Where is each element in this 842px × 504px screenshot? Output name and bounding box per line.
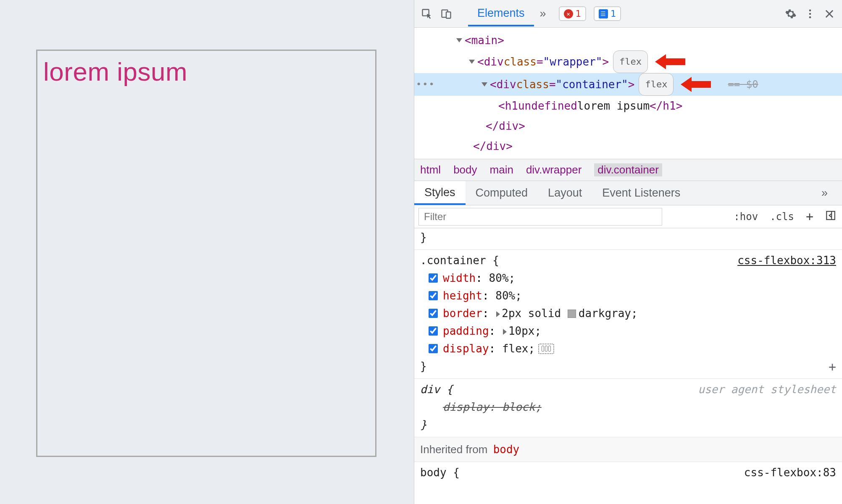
rule-selector[interactable]: .container {	[420, 252, 499, 269]
svg-point-3	[809, 9, 811, 11]
preview-heading: lorem ipsum	[43, 57, 369, 87]
insert-rule-below-button[interactable]: +	[829, 358, 836, 376]
styles-tabs-overflow-icon[interactable]: »	[811, 181, 838, 205]
breadcrumb-item[interactable]: div.wrapper	[526, 163, 582, 176]
kebab-menu-icon[interactable]	[802, 5, 818, 22]
expand-shorthand-icon[interactable]	[503, 329, 507, 335]
styles-subtab[interactable]: Layout	[538, 181, 592, 205]
rule-ua-div[interactable]: div { user agent stylesheet display: blo…	[414, 379, 842, 437]
rule-body-truncated[interactable]: body { css-flexbox:83	[414, 462, 842, 483]
styles-tabs: StylesComputedLayoutEvent Listeners»	[414, 181, 842, 205]
selected-gutter-icon[interactable]: •••	[416, 74, 435, 94]
tabs-overflow-icon[interactable]: »	[537, 1, 550, 26]
expand-shorthand-icon[interactable]	[496, 311, 500, 317]
flexbox-editor-icon[interactable]	[538, 344, 554, 354]
dom-node-row[interactable]: <h1undefinedlorem ipsum</h1>	[414, 96, 842, 116]
preview-container-box: lorem ipsum	[36, 50, 376, 457]
declaration-toggle-checkbox[interactable]	[429, 344, 438, 353]
new-style-rule-button[interactable]: +	[800, 209, 819, 224]
css-declaration[interactable]: width: 80%;	[429, 269, 836, 287]
styles-filter-row: :hov .cls +	[414, 205, 842, 228]
declaration-toggle-checkbox[interactable]	[429, 309, 438, 318]
devtools-toolbar: Elements » ✕ 1 ☰ 1	[414, 0, 842, 28]
flex-badge[interactable]: flex	[613, 50, 648, 73]
css-declaration[interactable]: border: 2px solid darkgray;	[429, 304, 836, 322]
color-swatch-icon[interactable]	[568, 310, 576, 318]
breadcrumb-item[interactable]: div.container	[594, 163, 662, 176]
rule-container[interactable]: .container { css-flexbox:313 width: 80%;…	[414, 250, 842, 379]
close-devtools-icon[interactable]	[821, 5, 838, 22]
svg-rect-6	[826, 211, 835, 220]
dom-tree[interactable]: <main><div class="wrapper">flex•••<div c…	[414, 28, 842, 159]
expand-arrow-icon[interactable]	[469, 60, 475, 64]
error-count: 1	[576, 8, 581, 19]
styles-subtab[interactable]: Event Listeners	[592, 181, 690, 205]
dom-node-row[interactable]: </div>	[414, 116, 842, 136]
ua-rule-close: }	[420, 416, 836, 433]
breadcrumb-item[interactable]: body	[453, 163, 477, 176]
declaration-toggle-checkbox[interactable]	[429, 291, 438, 300]
devtools-panel: Elements » ✕ 1 ☰ 1 <main><div	[414, 0, 842, 504]
styles-subtab[interactable]: Computed	[466, 181, 538, 205]
svg-rect-2	[446, 12, 451, 18]
annotation-arrow-icon	[655, 54, 685, 69]
inspect-element-icon[interactable]	[418, 5, 435, 22]
dom-node-row[interactable]: <main>	[414, 30, 842, 50]
console-ref-hint: == $0	[728, 74, 758, 94]
dom-breadcrumbs[interactable]: htmlbodymaindiv.wrapperdiv.container	[414, 159, 842, 181]
styles-pane[interactable]: } .container { css-flexbox:313 width: 80…	[414, 228, 842, 504]
info-dot-icon: ☰	[599, 9, 608, 18]
breadcrumb-item[interactable]: html	[420, 163, 441, 176]
expand-arrow-icon[interactable]	[482, 82, 487, 87]
rule-close-brace: }	[420, 357, 836, 375]
computed-panel-toggle-icon[interactable]	[819, 210, 842, 223]
css-declaration[interactable]: display: flex;	[429, 340, 836, 357]
annotation-arrow-icon	[681, 77, 711, 92]
cls-toggle[interactable]: .cls	[764, 211, 800, 223]
ua-rule-label: user agent stylesheet	[698, 381, 836, 398]
declaration-toggle-checkbox[interactable]	[429, 273, 438, 283]
dom-node-row[interactable]: •••<div class="container">flex== $0	[414, 73, 842, 96]
inherited-from-element[interactable]: body	[493, 443, 520, 456]
expand-arrow-icon[interactable]	[456, 38, 462, 42]
dom-node-row[interactable]: </div>	[414, 136, 842, 156]
flex-badge[interactable]: flex	[639, 73, 674, 96]
rendered-page-preview: lorem ipsum	[0, 0, 414, 504]
svg-point-5	[809, 16, 811, 18]
error-count-badge[interactable]: ✕ 1	[559, 6, 586, 21]
css-declaration[interactable]: height: 80%;	[429, 287, 836, 304]
rule-source-link[interactable]: css-flexbox:313	[737, 252, 836, 269]
hov-toggle[interactable]: :hov	[728, 211, 764, 223]
breadcrumb-item[interactable]: main	[490, 163, 513, 176]
error-dot-icon: ✕	[564, 9, 573, 18]
settings-gear-icon[interactable]	[782, 5, 799, 22]
inherited-section-header: Inherited from body	[414, 437, 842, 462]
info-count: 1	[610, 8, 616, 19]
device-toggle-icon[interactable]	[438, 5, 455, 22]
svg-point-4	[809, 13, 811, 15]
css-declaration[interactable]: padding: 10px;	[429, 322, 836, 340]
styles-filter-input[interactable]	[418, 208, 662, 226]
tab-elements[interactable]: Elements	[468, 1, 534, 26]
dom-node-row[interactable]: <div class="wrapper">flex	[414, 50, 842, 73]
styles-subtab[interactable]: Styles	[414, 181, 466, 205]
overridden-declaration[interactable]: display: block;	[443, 398, 542, 416]
ua-rule-selector: div {	[420, 381, 453, 398]
declaration-toggle-checkbox[interactable]	[429, 326, 438, 336]
info-count-badge[interactable]: ☰ 1	[594, 6, 621, 21]
